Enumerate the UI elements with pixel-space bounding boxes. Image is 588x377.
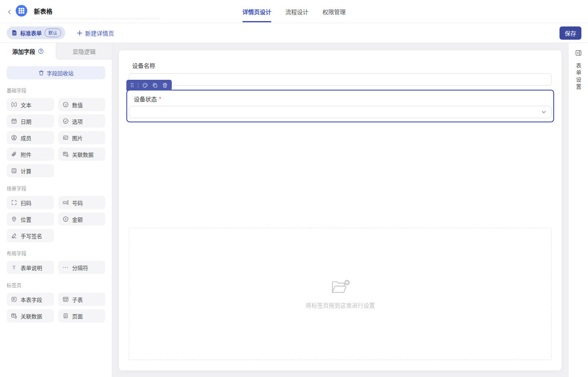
- tab-item-relation[interactable]: 关联数据: [7, 309, 54, 322]
- device-name-input[interactable]: [129, 73, 552, 86]
- tab-item-subtable[interactable]: 子表: [58, 293, 106, 306]
- form-canvas: 设备名称: [112, 43, 568, 377]
- settings-rail: 表单设置: [568, 43, 588, 377]
- field-item-label: 子表: [72, 296, 83, 303]
- field-action-toolbar: [126, 80, 172, 91]
- form-pill-label: 标准表单: [20, 29, 42, 37]
- top-header: 新表格 详情页设计 流程设计 权限管理: [0, 0, 588, 23]
- save-button[interactable]: 保存: [560, 26, 581, 40]
- field-item-label: 关联数据: [21, 312, 42, 320]
- svg-text:9: 9: [64, 103, 66, 107]
- field-group-title: 场景字段: [7, 185, 105, 192]
- field-item-description[interactable]: T 表单说明: [7, 261, 54, 274]
- tab-permission-management[interactable]: 权限管理: [322, 0, 346, 23]
- field-item-location[interactable]: 位置: [7, 212, 54, 226]
- text-field-icon: [11, 101, 17, 108]
- field-grid-basic: 文本 9 数值 1 日期: [0, 98, 112, 177]
- trash-icon: [38, 70, 44, 76]
- field-item-text[interactable]: 文本: [7, 98, 54, 111]
- style-button[interactable]: [142, 82, 148, 88]
- drag-handle-icon: [130, 82, 134, 88]
- default-badge: 默认: [45, 29, 61, 37]
- form-card: 设备名称: [119, 50, 562, 370]
- field-item-label: 选项: [72, 117, 83, 125]
- device-status-select[interactable]: [129, 106, 552, 118]
- description-field-icon: T: [11, 264, 17, 271]
- field-item-serial[interactable]: 123 号码: [58, 196, 106, 209]
- field-item-label: 页面: [72, 312, 83, 320]
- back-button[interactable]: [7, 7, 12, 17]
- field-item-label: 分隔符: [72, 264, 88, 272]
- svg-text:T: T: [12, 265, 16, 270]
- field-item-attachment[interactable]: 附件: [7, 148, 54, 161]
- tab-visibility-logic[interactable]: 显隐逻辑: [56, 43, 112, 60]
- tab-dropzone[interactable]: 将标签页拖到这里进行设置: [129, 228, 552, 360]
- main-content: 添加字段 显隐逻辑 字段回收站 基础字段: [0, 43, 588, 377]
- field-item-label: 扫码: [21, 199, 31, 207]
- selected-field-block[interactable]: 设备状态 *: [126, 90, 554, 122]
- tab-item-page[interactable]: 页面: [58, 309, 106, 322]
- tab-flow-design[interactable]: 流程设计: [285, 0, 308, 23]
- tab-item-sheet-fields[interactable]: 本表字段: [7, 293, 54, 306]
- field-recycle-bin-label: 字段回收站: [47, 69, 74, 77]
- expand-panel-button[interactable]: [574, 48, 583, 57]
- field-item-label: 数值: [72, 101, 83, 109]
- field-item-label: 位置: [21, 215, 31, 223]
- new-detail-page-button[interactable]: 新建详情页: [77, 29, 114, 37]
- field-item-label: 图片: [72, 134, 83, 142]
- field-item-label: 附件: [21, 150, 31, 158]
- field-item-label: 表单说明: [21, 264, 42, 272]
- field-item-label: 成员: [21, 134, 31, 142]
- form-title-editable[interactable]: 新表格: [33, 4, 159, 19]
- app-root: 新表格 详情页设计 流程设计 权限管理 标准表单 默认 新建详情页 保存: [0, 0, 588, 377]
- formula-field-icon: [11, 167, 17, 174]
- field-item-date[interactable]: 1 日期: [7, 115, 54, 128]
- field-item-divider[interactable]: 分隔符: [58, 261, 106, 274]
- form-toolbar: 标准表单 默认 新建详情页 保存: [0, 23, 588, 43]
- field-item-label: 关联数据: [72, 150, 94, 158]
- tab-add-field[interactable]: 添加字段: [0, 43, 56, 60]
- image-field-icon: [62, 134, 69, 141]
- field-item-label: 金额: [72, 215, 83, 223]
- device-name-field[interactable]: 设备名称: [129, 61, 552, 86]
- field-grid-tabs: 本表字段 子表 关联数据: [0, 293, 112, 322]
- field-item-number[interactable]: 9 数值: [58, 98, 106, 111]
- sidebar-tabs: 添加字段 显隐逻辑: [0, 43, 112, 60]
- help-icon[interactable]: [38, 48, 44, 54]
- field-item-scan[interactable]: 扫码: [7, 196, 54, 209]
- duplicate-button[interactable]: [152, 82, 158, 88]
- field-item-amount[interactable]: ¥ 金额: [58, 212, 106, 226]
- field-item-image[interactable]: 图片: [58, 131, 106, 144]
- field-recycle-bin-button[interactable]: 字段回收站: [7, 66, 105, 79]
- divider-field-icon: [62, 264, 69, 271]
- form-settings-label[interactable]: 表单设置: [574, 63, 582, 91]
- member-field-icon: [11, 134, 17, 141]
- sheet-fields-tab-icon: [11, 296, 17, 303]
- field-item-signature[interactable]: 手写签名: [7, 229, 54, 242]
- svg-text:1: 1: [13, 121, 14, 123]
- option-field-icon: [62, 118, 69, 124]
- svg-text:¥: ¥: [64, 217, 66, 221]
- field-sidebar: 添加字段 显隐逻辑 字段回收站 基础字段: [0, 43, 112, 377]
- document-icon: [12, 30, 17, 36]
- field-label-row: 设备状态 *: [134, 95, 552, 103]
- field-item-formula[interactable]: 计算: [7, 164, 54, 177]
- field-item-option[interactable]: 选项: [58, 115, 106, 128]
- field-item-label: 号码: [72, 199, 83, 207]
- field-item-label: 日期: [21, 117, 31, 125]
- location-field-icon: [11, 216, 17, 222]
- tab-detail-page-design[interactable]: 详情页设计: [242, 0, 271, 23]
- field-item-label: 文本: [21, 101, 31, 109]
- page-tab-icon: [62, 313, 69, 319]
- new-detail-page-label: 新建详情页: [85, 29, 114, 37]
- standard-form-pill[interactable]: 标准表单 默认: [7, 26, 65, 39]
- drag-handle[interactable]: [130, 82, 134, 88]
- panel-collapse-icon: [575, 49, 582, 57]
- relation-tab-icon: [11, 313, 17, 319]
- dropzone-hint: 将标签页拖到这里进行设置: [306, 301, 375, 309]
- field-item-label: 本表字段: [21, 296, 42, 303]
- field-item-relation[interactable]: 关联数据: [58, 148, 106, 161]
- delete-button[interactable]: [162, 82, 168, 88]
- field-item-member[interactable]: 成员: [7, 131, 54, 144]
- field-group-title: 布局字段: [7, 250, 105, 257]
